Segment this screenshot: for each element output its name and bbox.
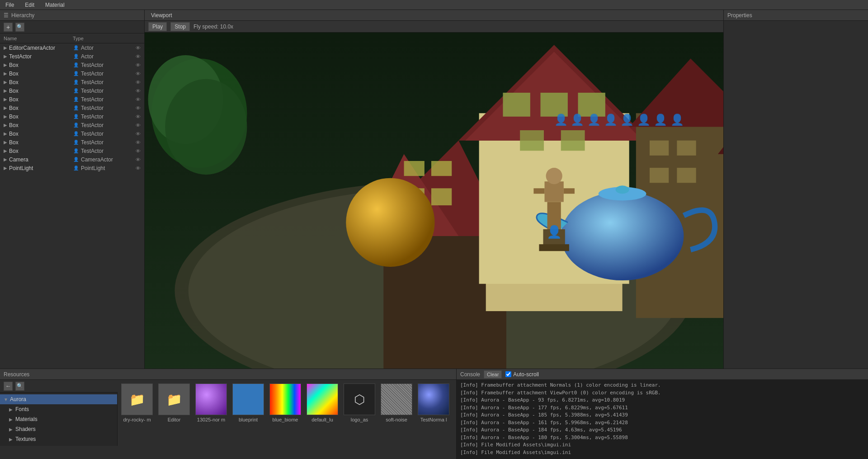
hierarchy-item[interactable]: ▶ Box 👤 TestActor 👁 — [0, 129, 144, 138]
hierarchy-item[interactable]: ▶ Box 👤 TestActor 👁 — [0, 69, 144, 78]
menu-edit[interactable]: Edit — [23, 1, 36, 9]
tree-toolbar: ← 🔍 — [0, 380, 118, 393]
hierarchy-item[interactable]: ▶ Box 👤 TestActor 👁 — [0, 147, 144, 155]
file-item[interactable]: 13025-nor m — [195, 383, 227, 423]
eye-icon[interactable]: 👁 — [132, 54, 141, 59]
file-item[interactable]: 📁 Editor — [158, 383, 190, 423]
svg-point-36 — [546, 168, 562, 184]
file-label: blueprint — [239, 417, 258, 423]
eye-icon[interactable]: 👁 — [132, 105, 141, 111]
hierarchy-item[interactable]: ▶ Box 👤 TestActor 👁 — [0, 86, 144, 95]
item-type-cell: 👤 TestActor — [73, 79, 132, 85]
tree-item[interactable]: ▼ Aurora — [0, 394, 117, 404]
console-log[interactable]: [Info] Framebuffer attachment Normals (1… — [457, 380, 868, 459]
tree-back-button[interactable]: ← — [4, 382, 13, 391]
hierarchy-item[interactable]: ▶ Box 👤 TestActor 👁 — [0, 104, 144, 112]
item-type-cell: 👤 TestActor — [73, 88, 132, 94]
eye-icon[interactable]: 👁 — [132, 88, 141, 94]
hierarchy-item[interactable]: ▶ Box 👤 TestActor 👁 — [0, 112, 144, 121]
tree-item[interactable]: ▶ Fonts — [0, 404, 117, 414]
console-title: Console — [460, 371, 480, 378]
viewport-canvas[interactable]: 👤 👤 👤 👤 👤 👤 👤 👤 📷 👤 — [145, 33, 723, 369]
actor-icon: 👤 — [73, 165, 79, 171]
tree-search-button[interactable]: 🔍 — [15, 382, 24, 391]
stop-button[interactable]: Stop — [170, 22, 190, 31]
hierarchy-item[interactable]: ▶ Box 👤 TestActor 👁 — [0, 121, 144, 129]
actor-icon: 👤 — [73, 131, 79, 137]
console-panel: Console Clear Auto-scroll [Info] Framebu… — [457, 369, 868, 459]
col-type-header: Type — [73, 36, 132, 41]
eye-icon[interactable]: 👁 — [132, 45, 141, 51]
item-type-cell: 👤 TestActor — [73, 71, 132, 77]
file-item[interactable]: blueprint — [232, 383, 264, 423]
autoscroll-checkbox[interactable]: Auto-scroll — [505, 371, 539, 378]
eye-icon[interactable]: 👁 — [132, 80, 141, 85]
tree-item-label: Materials — [15, 416, 38, 422]
add-actor-button[interactable]: + — [4, 23, 13, 32]
eye-icon[interactable]: 👁 — [132, 71, 141, 76]
autoscroll-label: Auto-scroll — [513, 371, 539, 378]
actor-icon: 👤 — [73, 156, 79, 163]
resources-files[interactable]: 📁 dry-rocky- m 📁 Editor 13025-nor m blue… — [118, 380, 456, 459]
eye-icon[interactable]: 👁 — [132, 166, 141, 171]
console-log-line: [Info] File Modified Assets\imgui.ini — [460, 449, 864, 457]
item-name: Box — [9, 62, 73, 68]
autoscroll-input[interactable] — [505, 371, 511, 377]
eye-icon[interactable]: 👁 — [132, 140, 141, 145]
clear-button[interactable]: Clear — [484, 370, 502, 379]
item-arrow: ▶ — [4, 131, 9, 136]
file-item[interactable]: soft-noise — [381, 383, 412, 423]
viewport-tab[interactable]: Viewport — [148, 11, 175, 19]
file-label: dry-rocky- m — [123, 417, 151, 423]
hierarchy-item[interactable]: ▶ Box 👤 TestActor 👁 — [0, 138, 144, 147]
item-type-cell: 👤 CameraActor — [73, 156, 132, 163]
item-type-label: TestActor — [81, 88, 104, 94]
item-name: Box — [9, 105, 73, 111]
eye-icon[interactable]: 👁 — [132, 123, 141, 128]
hierarchy-item[interactable]: ▶ Camera 👤 CameraActor 👁 — [0, 155, 144, 164]
item-type-label: TestActor — [81, 96, 104, 103]
item-type-label: TestActor — [81, 105, 104, 111]
eye-icon[interactable]: 👁 — [132, 148, 141, 154]
file-item[interactable]: blue_biome — [269, 383, 301, 423]
hierarchy-item[interactable]: ▶ Box 👤 TestActor 👁 — [0, 78, 144, 86]
menu-file[interactable]: File — [4, 1, 16, 9]
eye-icon[interactable]: 👁 — [132, 62, 141, 68]
hierarchy-item[interactable]: ▶ TestActor 👤 Actor 👁 — [0, 52, 144, 61]
menu-material[interactable]: Material — [43, 1, 66, 9]
hierarchy-item[interactable]: ▶ PointLight 👤 PointLight 👁 — [0, 164, 144, 172]
svg-rect-17 — [503, 93, 530, 117]
item-type-cell: 👤 TestActor — [73, 131, 132, 137]
bottom-layout: Resources ← 🔍 ▼ Aurora ▶ Fonts ▶ Materia… — [0, 369, 868, 459]
hierarchy-item[interactable]: ▶ Box 👤 TestActor 👁 — [0, 95, 144, 104]
resources-panel: Resources ← 🔍 ▼ Aurora ▶ Fonts ▶ Materia… — [0, 369, 457, 459]
file-item[interactable]: default_lu — [307, 383, 338, 423]
file-icon — [232, 383, 264, 415]
item-arrow: ▶ — [4, 166, 9, 170]
hierarchy-search-button[interactable]: 🔍 — [15, 23, 24, 32]
hierarchy-list[interactable]: ▶ EditorCameraActor 👤 Actor 👁 ▶ TestActo… — [0, 43, 144, 369]
eye-icon[interactable]: 👁 — [132, 157, 141, 162]
file-item[interactable]: ⬡ logo_as — [344, 383, 375, 423]
tree-item-arrow: ▼ — [4, 397, 10, 402]
item-name: Box — [9, 88, 73, 94]
item-name: Box — [9, 131, 73, 137]
tree-item[interactable]: ▶ Materials — [0, 414, 117, 424]
svg-rect-24 — [650, 141, 669, 156]
hierarchy-item[interactable]: ▶ EditorCameraActor 👤 Actor 👁 — [0, 43, 144, 52]
play-button[interactable]: Play — [148, 22, 167, 31]
eye-icon[interactable]: 👁 — [132, 131, 141, 137]
eye-icon[interactable]: 👁 — [132, 114, 141, 119]
file-item[interactable]: TestNorma l — [418, 383, 449, 423]
tree-item[interactable]: ▶ Shaders — [0, 424, 117, 434]
actor-icon: 👤 — [73, 62, 79, 68]
file-item[interactable]: 📁 dry-rocky- m — [121, 383, 153, 423]
item-name: EditorCameraActor — [9, 45, 73, 51]
resources-tree[interactable]: ▼ Aurora ▶ Fonts ▶ Materials ▶ Shaders ▶… — [0, 393, 118, 446]
eye-icon[interactable]: 👁 — [132, 97, 141, 102]
file-icon — [381, 383, 412, 415]
actor-icon: 👤 — [73, 45, 79, 51]
hierarchy-item[interactable]: ▶ Box 👤 TestActor 👁 — [0, 61, 144, 69]
item-name: TestActor — [9, 53, 73, 60]
tree-item[interactable]: ▶ Textures — [0, 434, 117, 444]
